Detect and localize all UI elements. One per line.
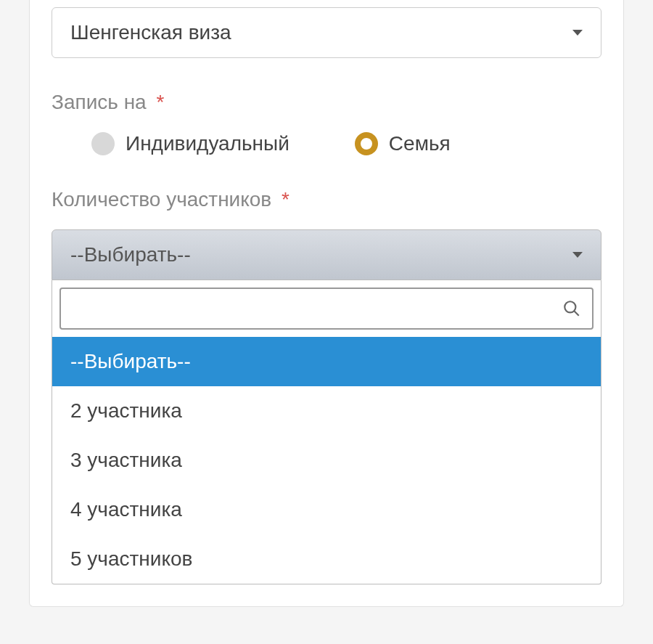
chevron-down-icon: [572, 30, 583, 36]
booking-for-label: Запись на *: [52, 91, 601, 114]
booking-for-label-text: Запись на: [52, 91, 147, 113]
option-4[interactable]: 4 участника: [52, 485, 601, 534]
participants-options: --Выбирать-- 2 участника 3 участника 4 у…: [52, 337, 601, 584]
option-2[interactable]: 2 участника: [52, 386, 601, 436]
participants-select[interactable]: --Выбирать--: [52, 229, 601, 280]
visa-type-select[interactable]: Шенгенская виза: [52, 7, 601, 58]
option-placeholder[interactable]: --Выбирать--: [52, 337, 601, 386]
participants-label-text: Количество участников: [52, 188, 271, 211]
option-3[interactable]: 3 участника: [52, 436, 601, 485]
svg-line-1: [574, 311, 579, 316]
participants-label: Количество участников *: [52, 188, 601, 211]
option-5[interactable]: 5 участников: [52, 534, 601, 584]
radio-family[interactable]: Семья: [355, 132, 451, 155]
participants-select-value: --Выбирать--: [70, 243, 191, 266]
participants-dropdown: --Выбирать-- 2 участника 3 участника 4 у…: [52, 280, 601, 584]
required-star: *: [156, 91, 164, 113]
svg-point-0: [564, 301, 575, 312]
radio-individual-label: Индивидуальный: [126, 132, 289, 155]
booking-for-radio-group: Индивидуальный Семья: [52, 132, 601, 155]
dropdown-search-input[interactable]: [72, 289, 562, 328]
radio-family-label: Семья: [389, 132, 451, 155]
chevron-down-icon: [572, 252, 583, 258]
radio-individual[interactable]: Индивидуальный: [91, 132, 289, 155]
dropdown-search-row: [52, 280, 601, 337]
dropdown-search-wrap: [59, 288, 594, 330]
visa-form: Шенгенская виза Запись на * Индивидуальн…: [29, 0, 624, 607]
search-icon: [562, 299, 581, 318]
radio-checked-icon: [355, 132, 378, 155]
required-star: *: [282, 188, 289, 211]
visa-type-value: Шенгенская виза: [70, 21, 231, 44]
radio-unchecked-icon: [91, 132, 115, 155]
